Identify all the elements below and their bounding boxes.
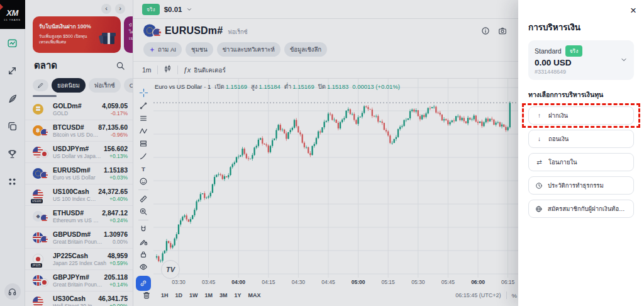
brush-tool[interactable] [136, 150, 150, 161]
nav-item-rewards[interactable] [0, 140, 25, 167]
screenshot-button[interactable] [498, 26, 507, 35]
emoji-tool[interactable] [136, 176, 150, 186]
drawing-lock-tool[interactable] [136, 236, 150, 247]
tab-news-analysis[interactable]: ข่าวและบทวิเคราะห์ [217, 42, 280, 57]
watchlist-tab-1[interactable]: ฟอเร็กซ์ [89, 78, 121, 93]
option-transaction-history-clock[interactable]: ประวัติการทำธุรกรรม [528, 176, 634, 195]
symbol-description: Ethereum vs US Dollar [53, 217, 102, 224]
legend-close: 1.15183 [327, 83, 348, 90]
watchlist-row-GBPJPYm#[interactable]: GBPJPYm#Great Britain Pound vs J…205.118… [25, 270, 133, 292]
nav-item-copy-trading[interactable] [0, 112, 25, 140]
option-label: ถอนเงิน [548, 134, 569, 144]
search-icon[interactable] [116, 61, 125, 71]
pattern-tool[interactable] [136, 125, 150, 136]
symbol-price: 1.30976 [104, 230, 128, 238]
tab-ask-ai[interactable]: ถาม AI [143, 42, 182, 57]
watchlist-row-GOLDm#[interactable]: GOLDm#GOLD4,059.05-0.17% [25, 99, 133, 120]
option-local-depositor-globe[interactable]: สมัครสมาชิกกับผู้ฝากเงินท้องถิ่น [528, 200, 634, 218]
range-button-1Y[interactable]: 1Y [235, 292, 242, 298]
promo-banner-next[interactable]: บัไดเม [124, 16, 133, 53]
support-button[interactable] [4, 283, 21, 300]
range-button-1M[interactable]: 1M [205, 292, 213, 298]
measure-tool[interactable] [136, 193, 150, 204]
text-tool[interactable]: T [136, 163, 150, 174]
symbol-info-button[interactable] [481, 26, 490, 35]
timeframe-button[interactable]: 1m [142, 66, 152, 74]
lock-all-tool[interactable] [136, 249, 150, 259]
range-button-1D[interactable]: 1D [175, 292, 183, 298]
symbol-name: USDJPYm# [53, 145, 104, 152]
account-selector-card[interactable]: Standard จริง 0.00 USD #331448649 [528, 40, 634, 80]
time-axis[interactable]: 03:3003:4504:0004:1504:3004:4505:0005:15… [153, 278, 518, 288]
zoom-in-tool[interactable] [136, 206, 150, 217]
chart-bottom-bar: 1H1D1W1M3M1YMAX 06:15:45 (UTC+2) % [133, 288, 518, 303]
chart-clock[interactable]: 06:15:45 (UTC+2) [455, 292, 501, 298]
chart-region: Euro vs US Dollar · 1 เปิด1.15169 สูง1.1… [133, 79, 518, 303]
watchlist-tab-0[interactable]: ยอดนิยม [52, 78, 86, 93]
ohlc-legend: Euro vs US Dollar · 1 เปิด1.15169 สูง1.1… [155, 82, 400, 91]
hide-drawings-tool[interactable] [136, 261, 150, 272]
range-button-MAX[interactable]: MAX [248, 292, 261, 298]
carousel-prev-button[interactable]: ‹ [101, 4, 111, 14]
option-deposit-arrow-up[interactable]: ↑ฝากเงิน [528, 106, 634, 125]
watchlist-tab-2[interactable]: CFD ขอ [124, 78, 133, 93]
crosshair-tool[interactable] [136, 88, 150, 98]
carousel-next-button[interactable]: › [115, 4, 125, 14]
promo-banners: รับโบนัสเงินฝาก 100% รับเพิ่มสูงสุด $500… [33, 16, 133, 53]
fibonacci-tool[interactable] [136, 113, 150, 123]
candle-style-button[interactable] [164, 64, 172, 76]
watchlist-row-USDJPYm#[interactable]: USDJPYm#US Dollar vs Japanese …156.602+0… [25, 142, 133, 163]
tabs-scrollbar[interactable] [33, 95, 57, 97]
symbol-description: GOLD [53, 110, 102, 116]
range-button-1H[interactable]: 1H [161, 292, 169, 298]
clock-icon [535, 182, 543, 190]
watchlist-row-EURUSDm#[interactable]: EURUSDm#Euro vs US Dollar1.15183+0.03% [25, 163, 133, 184]
delete-drawings-button[interactable] [140, 291, 153, 300]
symbol-description: Euro vs US Dollar [53, 174, 104, 181]
sync-drawings-button[interactable] [136, 276, 151, 291]
apps-grid-icon [7, 176, 18, 187]
range-button-3M[interactable]: 3M [219, 292, 228, 298]
indicators-button[interactable]: อินดิเคเตอร์ [194, 65, 226, 75]
symbol-change: +0.03% [109, 174, 128, 181]
symbol-name: GOLDm# [53, 102, 102, 110]
arrow-up-icon: ↑ [535, 112, 543, 119]
watchlist-row-US30Cash[interactable]: US30US30CashWall Street 30 Index …46,341… [25, 292, 133, 306]
legend-change: 0.00013 (+0.01%) [352, 83, 400, 90]
info-icon [481, 26, 490, 35]
magnet-tool[interactable] [136, 224, 150, 234]
chevron-down-icon[interactable] [186, 6, 192, 13]
nav-item-discover[interactable] [0, 84, 25, 112]
promo-banner-deposit-bonus[interactable]: รับโบนัสเงินฝาก 100% รับเพิ่มสูงสุด $500… [33, 16, 121, 53]
watchlist-row-ETHUSD#[interactable]: ◆ETHUSD#Ethereum vs US Dollar2,847.12+0.… [25, 206, 133, 227]
tab-insights[interactable]: ข้อมูลเชิงลึก [284, 42, 327, 57]
range-button-1W[interactable]: 1W [189, 292, 198, 298]
edit-watchlist-button[interactable] [33, 79, 48, 91]
tab-community[interactable]: ชุมชน [186, 42, 213, 57]
close-panel-button[interactable]: × [630, 5, 636, 16]
position-tool[interactable] [136, 138, 150, 149]
chart-symbol-title: EURUSDm# [165, 25, 223, 37]
candlestick-chart[interactable] [153, 79, 518, 278]
watchlist-row-BTCUSD#[interactable]: ฿BTCUSD#Bitcoin vs US Dollar87,135.60-0.… [25, 120, 133, 142]
xm-logo[interactable]: XM 15 YEARS [0, 0, 25, 29]
watchlist-row-GBPUSDm#[interactable]: GBPUSDm#Great Britain Pound vs …1.309760… [25, 227, 133, 249]
nav-item-apps[interactable] [0, 167, 25, 195]
time-tick: 03:30 [172, 279, 185, 285]
percent-scale-button[interactable]: % [512, 292, 517, 299]
watchlist-row-JP225Cash[interactable]: JP225JP225CashJapan 225 Index Cash48,959… [25, 249, 133, 270]
chevron-down-icon[interactable] [620, 56, 628, 64]
time-tick: 04:15 [262, 279, 275, 285]
symbol-change: 0.00% [113, 239, 128, 245]
copy-icon [7, 121, 18, 132]
watchlist-row-US100Cash[interactable]: US100US100CashUS 100 Index Cash24,372.65… [25, 184, 133, 206]
nav-item-trade[interactable] [0, 57, 25, 84]
symbol-description: Japan 225 Index Cash [53, 260, 108, 266]
chart-toolbar: 1m ƒx อินดิเคเตอร์ [133, 61, 518, 79]
chart-icon [7, 38, 18, 48]
nav-item-markets[interactable] [0, 29, 25, 57]
option-internal-transfer[interactable]: ⇄โอนภายใน [528, 153, 634, 171]
trendline-tool[interactable] [136, 100, 150, 111]
legend-open: 1.15169 [226, 83, 247, 90]
option-withdraw-arrow-down[interactable]: ↓ถอนเงิน [528, 130, 634, 148]
